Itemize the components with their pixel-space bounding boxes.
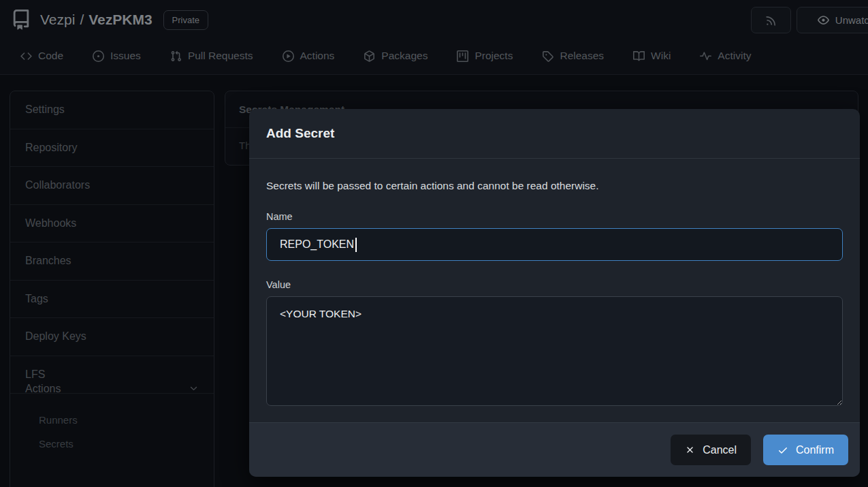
tab-releases[interactable]: Releases: [542, 50, 604, 62]
modal-title: Add Secret: [266, 126, 334, 141]
sidebar-item-settings[interactable]: Settings: [10, 91, 214, 129]
tab-actions-label: Actions: [300, 50, 335, 62]
modal-header: Add Secret: [249, 109, 860, 159]
modal-footer: Cancel Confirm: [249, 422, 860, 477]
package-icon: [364, 50, 375, 62]
rss-button[interactable]: [751, 7, 791, 33]
git-pull-request-icon: [170, 50, 182, 62]
tab-issues-label: Issues: [110, 50, 141, 62]
repo-title-separator: /: [80, 12, 84, 28]
repo-owner-link[interactable]: Vezpi: [40, 12, 75, 28]
pulse-icon: [700, 50, 711, 62]
secret-name-input[interactable]: REPO_TOKEN: [266, 228, 843, 261]
check-icon: [777, 445, 788, 456]
modal-body: Secrets will be passed to certain action…: [249, 159, 860, 409]
repo-title: Vezpi / VezPKM3: [40, 12, 152, 28]
tab-actions[interactable]: Actions: [283, 50, 335, 62]
tab-activity[interactable]: Activity: [700, 50, 751, 62]
add-secret-modal: Add Secret Secrets will be passed to cer…: [249, 109, 860, 477]
code-icon: [20, 50, 32, 62]
cancel-button[interactable]: Cancel: [671, 435, 751, 465]
chevron-down-icon: [189, 383, 199, 394]
sidebar-item-tags[interactable]: Tags: [10, 281, 214, 319]
sidebar-actions-label: Actions: [25, 383, 61, 395]
tab-wiki[interactable]: Wiki: [633, 50, 671, 62]
repo-name-link[interactable]: VezPKM3: [89, 12, 152, 28]
tab-activity-label: Activity: [718, 50, 751, 62]
tab-code-label: Code: [38, 50, 63, 62]
tab-code[interactable]: Code: [20, 50, 63, 62]
confirm-label: Confirm: [796, 444, 834, 456]
tag-icon: [542, 50, 553, 62]
name-field-label: Name: [266, 211, 843, 222]
tab-issues[interactable]: Issues: [93, 50, 141, 62]
repo-nav: Code Issues Pull Requests Actions Packag…: [20, 44, 751, 68]
repo-heading: Vezpi / VezPKM3 Private: [11, 10, 208, 30]
tab-packages-label: Packages: [381, 50, 428, 62]
tab-wiki-label: Wiki: [651, 50, 671, 62]
sidebar-item-collaborators[interactable]: Collaborators: [10, 167, 214, 205]
app-header: Vezpi / VezPKM3 Private Unwatch Code Iss…: [0, 0, 868, 75]
sidebar-group-actions: Actions Runners Secrets: [10, 394, 214, 432]
modal-description: Secrets will be passed to certain action…: [266, 180, 843, 192]
sidebar-item-repository[interactable]: Repository: [10, 129, 214, 168]
tab-pull-requests-label: Pull Requests: [188, 50, 253, 62]
cancel-label: Cancel: [703, 444, 737, 456]
text-cursor: [355, 238, 357, 252]
sidebar-item-actions[interactable]: Actions: [10, 370, 214, 408]
unwatch-label: Unwatch: [835, 14, 868, 26]
private-badge: Private: [163, 10, 208, 30]
sidebar-item-webhooks[interactable]: Webhooks: [10, 205, 214, 243]
rss-icon: [765, 14, 777, 27]
tab-projects-label: Projects: [475, 50, 513, 62]
unwatch-button[interactable]: Unwatch: [797, 7, 868, 33]
sidebar-item-branches[interactable]: Branches: [10, 242, 214, 281]
eye-icon: [818, 14, 829, 26]
confirm-button[interactable]: Confirm: [763, 435, 848, 465]
play-circle-icon: [283, 50, 294, 62]
settings-sidebar: Settings Repository Collaborators Webhoo…: [10, 91, 214, 487]
tab-releases-label: Releases: [560, 50, 604, 62]
tab-projects[interactable]: Projects: [457, 50, 513, 62]
project-board-icon: [457, 50, 468, 62]
book-icon: [633, 50, 645, 62]
secret-name-value: REPO_TOKEN: [280, 238, 354, 251]
sidebar-subitem-secrets[interactable]: Secrets: [10, 432, 214, 456]
issue-opened-icon: [93, 50, 104, 62]
x-icon: [685, 445, 695, 455]
tab-packages[interactable]: Packages: [364, 50, 428, 62]
tab-pull-requests[interactable]: Pull Requests: [170, 50, 253, 62]
sidebar-subitem-runners[interactable]: Runners: [10, 408, 214, 432]
value-field-label: Value: [266, 279, 843, 290]
sidebar-item-deploy-keys[interactable]: Deploy Keys: [10, 318, 214, 356]
repo-book-icon: [11, 10, 31, 30]
secret-value-textarea[interactable]: <YOUR TOKEN>: [266, 296, 843, 406]
